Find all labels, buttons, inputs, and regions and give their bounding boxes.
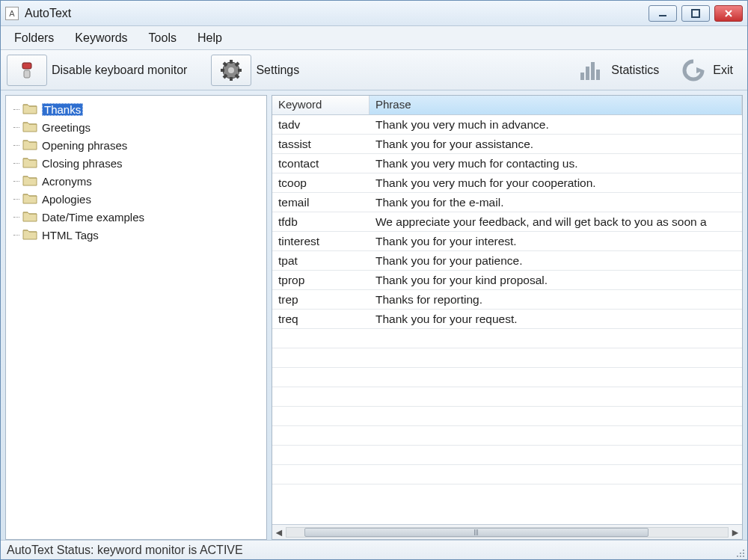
- resize-grip-icon[interactable]: [734, 547, 744, 557]
- column-header-phrase[interactable]: Phrase: [370, 96, 742, 114]
- grid-row[interactable]: tassistThank you for your assistance.: [272, 135, 742, 154]
- content-area: ThanksGreetingsOpening phrasesClosing ph…: [1, 90, 747, 540]
- cell-phrase: Thank you for the e-mail.: [370, 196, 742, 209]
- folder-icon: [22, 228, 37, 242]
- menu-help[interactable]: Help: [197, 31, 222, 45]
- cell-keyword: tcontact: [272, 157, 370, 170]
- tree-item[interactable]: Date/Time examples: [9, 208, 263, 226]
- scroll-thumb[interactable]: [304, 528, 649, 537]
- cell-keyword: tassist: [272, 138, 370, 151]
- cell-phrase: We appreciate your feedback, and will ge…: [370, 215, 742, 229]
- cell-phrase: Thank you for your patience.: [370, 254, 742, 268]
- cell-phrase: Thank you for your request.: [370, 313, 742, 326]
- grid-row[interactable]: tfdbWe appreciate your feedback, and wil…: [272, 212, 742, 232]
- folder-icon: [22, 138, 37, 153]
- svg-point-5: [228, 67, 234, 73]
- app-window: A AutoText Folders Keywords Tools Help D…: [0, 0, 748, 560]
- grid-row[interactable]: tcontactThank you very much for contacti…: [272, 154, 742, 173]
- tree-item[interactable]: Thanks: [9, 100, 263, 118]
- grid-row[interactable]: treqThank you for your request.: [272, 310, 742, 329]
- cell-keyword: trep: [272, 293, 370, 307]
- tree-item[interactable]: Opening phrases: [9, 136, 263, 154]
- minimize-button[interactable]: [649, 5, 677, 22]
- cell-phrase: Thank you very much for contacting us.: [370, 157, 742, 170]
- cell-phrase: Thank you for your assistance.: [370, 138, 742, 151]
- settings-button[interactable]: [211, 55, 251, 86]
- maximize-button[interactable]: [681, 5, 710, 22]
- folder-icon: [22, 156, 37, 170]
- grid-row[interactable]: tpropThank you for your kind proposal.: [272, 271, 742, 290]
- empty-row: [272, 348, 742, 368]
- cell-keyword: tprop: [272, 274, 370, 287]
- tree-item[interactable]: Closing phrases: [9, 154, 263, 172]
- scroll-right-arrow-icon[interactable]: ►: [729, 526, 742, 539]
- app-icon: A: [5, 7, 19, 20]
- tree-item-label: Apologies: [42, 193, 91, 206]
- empty-row: [272, 368, 742, 387]
- menu-folders[interactable]: Folders: [14, 31, 54, 45]
- maximize-icon: [690, 9, 701, 18]
- minimize-icon: [657, 9, 668, 18]
- svg-rect-1: [692, 10, 699, 17]
- grid-header: Keyword Phrase: [272, 96, 742, 115]
- keyword-grid: Keyword Phrase tadvThank you very much i…: [272, 95, 743, 540]
- statistics-label: Statistics: [611, 64, 659, 77]
- folder-icon: [22, 192, 37, 206]
- scroll-grip-icon: [472, 529, 481, 535]
- cell-keyword: tadv: [272, 118, 370, 132]
- cell-phrase: Thanks for reporting.: [370, 293, 742, 307]
- settings-label: Settings: [256, 64, 299, 77]
- horizontal-scrollbar[interactable]: ◄ ►: [272, 524, 742, 539]
- exit-label: Exit: [713, 64, 733, 77]
- folder-tree[interactable]: ThanksGreetingsOpening phrasesClosing ph…: [5, 95, 267, 540]
- window-title: AutoText: [25, 7, 649, 20]
- toolbar: Disable keyboard monitor Settings Statis…: [1, 50, 747, 90]
- cell-phrase: Thank you for your kind proposal.: [370, 274, 742, 287]
- bar-chart-icon: [578, 57, 605, 84]
- svg-line-10: [224, 63, 227, 66]
- tree-item[interactable]: HTML Tags: [9, 226, 263, 244]
- cell-keyword: temail: [272, 196, 370, 209]
- menu-keywords[interactable]: Keywords: [75, 31, 127, 45]
- tree-item[interactable]: Greetings: [9, 118, 263, 136]
- column-header-keyword[interactable]: Keyword: [272, 96, 370, 114]
- close-icon: [723, 9, 734, 18]
- svg-rect-14: [580, 73, 584, 80]
- disable-monitor-button[interactable]: [7, 55, 47, 86]
- menu-tools[interactable]: Tools: [149, 31, 177, 45]
- empty-row: [272, 446, 742, 465]
- empty-row: [272, 407, 742, 426]
- grid-row[interactable]: tadvThank you very much in advance.: [272, 115, 742, 135]
- svg-rect-0: [659, 15, 666, 16]
- tree-item-label: Acronyms: [42, 175, 92, 188]
- empty-row: [272, 426, 742, 446]
- grid-row[interactable]: trepThanks for reporting.: [272, 290, 742, 310]
- tree-item[interactable]: Acronyms: [9, 172, 263, 190]
- scroll-track[interactable]: [286, 527, 729, 538]
- scroll-left-arrow-icon[interactable]: ◄: [272, 526, 286, 539]
- keyboard-monitor-icon: [15, 58, 39, 82]
- cell-keyword: treq: [272, 313, 370, 326]
- cell-keyword: tfdb: [272, 215, 370, 229]
- svg-line-13: [224, 75, 227, 78]
- exit-button[interactable]: Exit: [672, 53, 741, 87]
- close-button[interactable]: [714, 5, 743, 22]
- statistics-button[interactable]: Statistics: [570, 53, 667, 87]
- grid-row[interactable]: tcoopThank you very much for your cooper…: [272, 173, 742, 193]
- gear-icon: [219, 58, 243, 82]
- svg-line-12: [236, 63, 239, 66]
- grid-row[interactable]: tpatThank you for your patience.: [272, 251, 742, 271]
- cell-phrase: Thank you for your interest.: [370, 235, 742, 248]
- grid-body[interactable]: tadvThank you very much in advance.tassi…: [272, 115, 742, 524]
- empty-row: [272, 465, 742, 484]
- svg-rect-16: [591, 62, 595, 80]
- tree-item-label: Thanks: [42, 103, 83, 116]
- folder-icon: [22, 120, 37, 135]
- grid-row[interactable]: tinterestThank you for your interest.: [272, 232, 742, 251]
- tree-item-label: Opening phrases: [42, 139, 127, 152]
- svg-rect-2: [22, 63, 31, 69]
- empty-row: [272, 387, 742, 407]
- grid-row[interactable]: temailThank you for the e-mail.: [272, 193, 742, 212]
- tree-item[interactable]: Apologies: [9, 190, 263, 208]
- svg-rect-3: [24, 70, 30, 78]
